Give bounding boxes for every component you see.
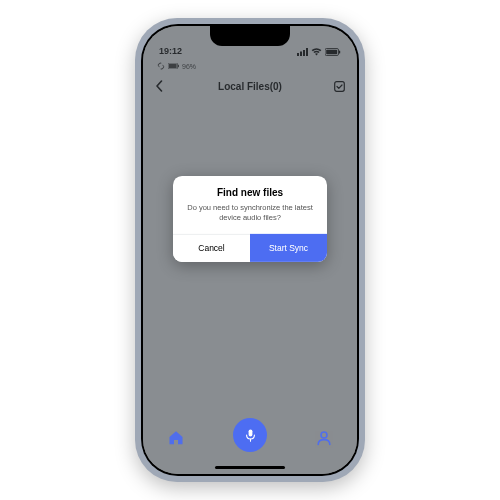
dialog-title: Find new files [173,176,327,203]
svg-rect-11 [248,429,252,436]
home-icon[interactable] [167,429,185,447]
screen: 19:12 [143,26,357,474]
dialog-message: Do you need to synchronize the latest de… [173,203,327,234]
record-button[interactable] [233,418,267,452]
start-sync-button[interactable]: Start Sync [250,234,327,262]
home-indicator[interactable] [215,466,285,469]
microphone-icon [243,428,258,443]
svg-point-13 [321,432,327,438]
cancel-button[interactable]: Cancel [173,234,250,262]
phone-bezel: 19:12 [141,24,359,476]
phone-frame: 19:12 [135,18,365,482]
tab-bar [143,412,357,474]
dialog-actions: Cancel Start Sync [173,234,327,262]
sync-dialog: Find new files Do you need to synchroniz… [173,176,327,262]
profile-icon[interactable] [315,429,333,447]
notch [210,26,290,46]
